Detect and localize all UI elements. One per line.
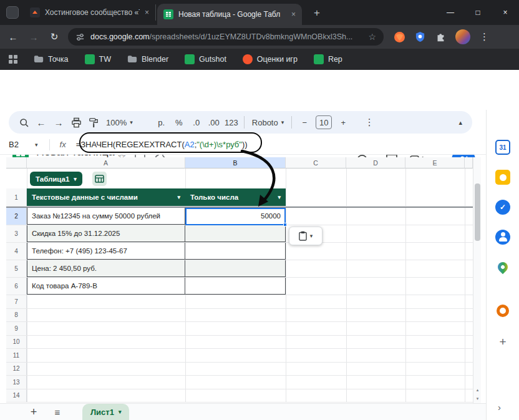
reload-button[interactable]: ↻ (47, 29, 62, 44)
formula-input[interactable]: =ЗНАЧЕН(REGEXEXTRACT(A2;"(\d+)\s*руб")) (76, 140, 248, 149)
tab-close-icon[interactable]: × (145, 8, 149, 17)
extension-shield-icon[interactable] (415, 31, 425, 42)
scroll-down-icon[interactable]: ▾ (473, 394, 482, 403)
row-header-6[interactable]: 6 (6, 278, 27, 295)
column-header-e[interactable]: E (405, 157, 465, 168)
row-header-1[interactable]: 1 (6, 188, 27, 206)
calendar-icon[interactable]: 31 (495, 140, 510, 155)
chevron-down-icon[interactable]: ▾ (310, 233, 313, 239)
row-header-10[interactable]: 10 (6, 336, 27, 349)
cell-a6[interactable]: Код товара A-789-B (27, 278, 185, 295)
active-cell-selection[interactable] (185, 208, 286, 225)
row-header-9[interactable]: 9 (6, 322, 27, 335)
row-header-2[interactable]: 2 (6, 208, 27, 225)
chevron-down-icon[interactable]: ▾ (119, 409, 122, 415)
row-header-13[interactable]: 13 (6, 376, 27, 389)
row-header-4[interactable]: 4 (6, 243, 27, 260)
contacts-icon[interactable] (495, 230, 510, 245)
percent-format-button[interactable]: % (170, 114, 188, 131)
more-options-icon[interactable]: ⋮ (361, 114, 378, 131)
zoom-control[interactable]: 100% ▾ (102, 118, 137, 127)
table-name-chip[interactable]: Таблица1 ▾ (30, 172, 82, 186)
scrollbar-thumb[interactable] (475, 183, 480, 241)
minimize-button[interactable]: — (437, 0, 464, 25)
cell-b3[interactable] (185, 225, 286, 242)
browser-profile-avatar[interactable] (455, 29, 470, 44)
site-settings-icon[interactable] (75, 32, 85, 42)
extensions-puzzle-icon[interactable] (435, 31, 446, 42)
collapse-toolbar-icon[interactable]: ▴ (458, 119, 462, 127)
column-header-c[interactable]: C (286, 157, 346, 168)
bookmark-star-icon[interactable]: ☆ (368, 32, 376, 42)
search-icon[interactable] (15, 114, 32, 131)
add-sheet-button[interactable]: + (26, 404, 41, 419)
row-header-7[interactable]: 7 (6, 295, 27, 308)
currency-format-button[interactable]: р. (153, 114, 170, 131)
forward-button[interactable]: → (26, 29, 41, 44)
undo-icon[interactable]: ← (32, 114, 50, 131)
bookmark-tochka[interactable]: Точка (34, 55, 69, 64)
column-dropdown-icon[interactable]: ▾ (278, 194, 281, 200)
fill-handle[interactable] (283, 223, 287, 227)
increase-decimal-button[interactable]: .00 (205, 114, 223, 131)
bookmark-gutshot[interactable]: Gutshot (185, 54, 226, 64)
maps-icon[interactable] (495, 260, 510, 275)
new-tab-button[interactable]: + (309, 6, 324, 21)
column-header-d[interactable]: D (346, 157, 405, 168)
number-format-button[interactable]: 123 (223, 114, 240, 131)
print-icon[interactable] (67, 114, 85, 131)
font-selector[interactable]: Roboto ▾ (248, 118, 288, 127)
all-sheets-menu-icon[interactable]: ≡ (50, 404, 65, 419)
column-header-b[interactable]: B (185, 157, 286, 168)
column-dropdown-icon[interactable]: ▾ (177, 194, 180, 200)
scroll-up-icon[interactable]: ▴ (473, 386, 482, 394)
browser-menu-icon[interactable]: ⋮ (480, 31, 489, 42)
row-header-8[interactable]: 8 (6, 309, 27, 322)
tab-close-icon[interactable]: × (291, 10, 296, 19)
cell-a2[interactable]: Заказ №12345 на сумму 50000 рублей (27, 208, 185, 225)
redo-icon[interactable]: → (50, 114, 67, 131)
apps-grid-icon[interactable] (9, 55, 17, 64)
addon-icon[interactable] (495, 303, 510, 318)
row-header-3[interactable]: 3 (6, 225, 27, 242)
column-header-a[interactable]: A (27, 157, 185, 168)
increase-font-size-button[interactable]: + (334, 114, 352, 131)
decrease-decimal-button[interactable]: .0 (188, 114, 205, 131)
browser-tab-sheets[interactable]: Новая таблица - Google Табл × (157, 4, 302, 25)
spreadsheet-grid[interactable]: A B C D E Таблица1 ▾ 1 Текстовые данные … (6, 157, 473, 403)
cell-a3[interactable]: Скидка 15% до 31.12.2025 (27, 225, 185, 242)
bookmark-blender[interactable]: Blender (127, 55, 168, 64)
cell-b1-table-header[interactable]: Только числа ▾ (185, 188, 286, 206)
name-box[interactable]: B2 (9, 140, 35, 149)
row-header-5[interactable]: 5 (6, 260, 27, 277)
select-all-corner[interactable] (6, 157, 27, 168)
row-header-11[interactable]: 11 (6, 349, 27, 362)
paint-format-icon[interactable] (85, 114, 102, 131)
tasks-icon[interactable]: ✓ (495, 200, 510, 215)
cell-a5[interactable]: Цена: 2 450,50 руб. (27, 260, 185, 277)
back-button[interactable]: ← (6, 29, 21, 44)
browser-tab-timeweb[interactable]: Хостинговое сообщество «Tim × (24, 4, 156, 21)
font-size-input[interactable]: 10 (316, 115, 332, 129)
keep-icon[interactable] (495, 170, 510, 185)
add-addon-icon[interactable]: + (495, 335, 510, 349)
vertical-scrollbar[interactable]: ▴ ▾ (473, 157, 481, 403)
close-button[interactable]: × (492, 0, 519, 25)
cell-b4[interactable] (185, 243, 286, 260)
cell-b6[interactable] (185, 278, 286, 295)
decrease-font-size-button[interactable]: − (296, 114, 313, 131)
paste-options-button[interactable]: ▾ (289, 227, 323, 245)
maximize-button[interactable]: □ (464, 0, 492, 25)
sheet-tab-list1[interactable]: Лист1 ▾ (82, 404, 129, 420)
extension-fox-icon[interactable] (394, 31, 405, 43)
bookmark-tw[interactable]: TW (85, 54, 111, 64)
chevron-down-icon[interactable]: ▾ (35, 142, 38, 148)
collapse-panel-icon[interactable]: › (498, 402, 501, 413)
table-menu-button[interactable] (92, 172, 107, 186)
bookmark-rep[interactable]: Rep (314, 54, 342, 64)
cell-a4[interactable]: Телефон: +7 (495) 123-45-67 (27, 243, 185, 260)
address-bar[interactable]: docs.google.com/spreadsheets/d/1uzEYMZ8U… (68, 28, 384, 46)
cell-a1-table-header[interactable]: Текстовые данные с числами ▾ (27, 188, 185, 206)
cell-b5[interactable] (185, 260, 286, 277)
row-header-12[interactable]: 12 (6, 363, 27, 376)
